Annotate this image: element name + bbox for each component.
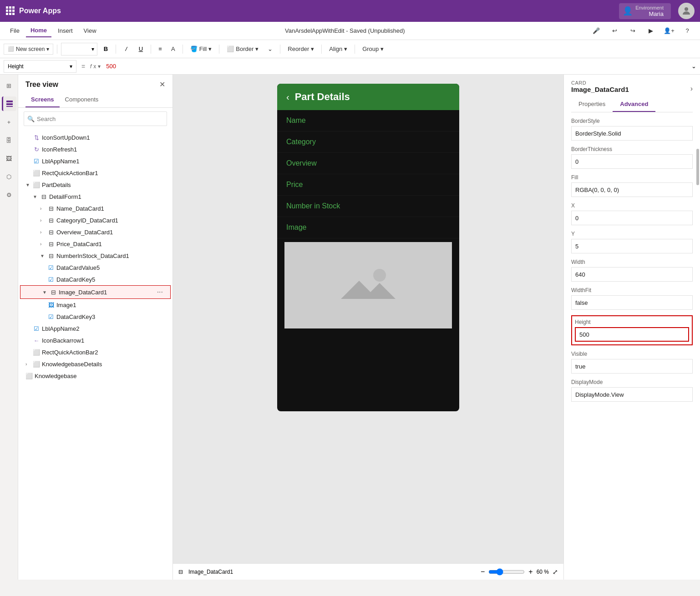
prop-input[interactable] — [571, 267, 693, 282]
right-panel: CARD Image_DataCard1 › Properties Advanc… — [563, 75, 700, 580]
user-add-icon[interactable]: 👤+ — [662, 24, 676, 38]
app-title: VanArsdelAppWithEdit - Saved (Unpublishe… — [103, 27, 587, 34]
prop-label: Width — [571, 259, 693, 265]
prop-x: X — [571, 202, 693, 225]
sidebar-icons: ⊞ + 🗄 🖼 ⬡ ⚙ — [0, 75, 18, 580]
menu-home[interactable]: Home — [26, 24, 51, 37]
fill-chevron-icon: ▾ — [208, 45, 212, 52]
menu-view[interactable]: View — [79, 25, 101, 37]
svg-rect-12 — [6, 106, 13, 107]
rect2-icon: ⬜ — [33, 349, 40, 356]
card-section: CARD Image_DataCard1 — [571, 80, 629, 97]
list-item[interactable]: ⇅ IconSortUpDown1 — [18, 131, 172, 143]
list-item[interactable]: › ⊟ CategoryID_DataCard1 — [18, 214, 172, 226]
zoom-minus-button[interactable]: − — [481, 568, 485, 576]
more-options-icon[interactable]: ··· — [157, 288, 163, 296]
chevron-icon: ▼ — [40, 253, 46, 258]
list-item[interactable]: ▼ ⊟ DetailForm1 — [18, 191, 172, 202]
panel-expand-icon[interactable]: › — [690, 85, 693, 93]
list-item[interactable]: ☑ DataCardValue5 — [18, 262, 172, 273]
tree-search-input[interactable] — [24, 111, 167, 126]
property-selector[interactable]: Height ▾ — [4, 60, 76, 73]
undo-icon[interactable]: ↩ — [607, 24, 622, 38]
list-item[interactable]: ▼ ⊟ NumberInStock_DataCard1 — [18, 250, 172, 262]
help-icon[interactable]: ? — [680, 24, 695, 38]
bold-button[interactable]: B — [99, 43, 112, 56]
run-icon[interactable]: ▶ — [644, 24, 658, 38]
prop-input[interactable] — [571, 239, 693, 253]
menu-insert[interactable]: Insert — [53, 25, 77, 37]
back-button[interactable]: ‹ — [286, 92, 289, 102]
selected-tree-item[interactable]: ▼ ⊟ Image_DataCard1 ··· — [20, 285, 171, 299]
prop-input[interactable] — [571, 182, 693, 197]
dropdown-button[interactable]: ⌄ — [264, 44, 276, 54]
list-item[interactable]: ☑ LblAppName1 — [18, 155, 172, 167]
group-button[interactable]: Group ▾ — [359, 44, 387, 54]
list-item[interactable]: ⬜ RectQuickActionBar2 — [18, 346, 172, 358]
list-item[interactable]: › ⊟ Price_DataCard1 — [18, 238, 172, 250]
list-item[interactable]: ← IconBackarrow1 — [18, 334, 172, 346]
row-label: Price — [286, 181, 303, 188]
list-item[interactable]: ▼ ⬜ PartDetails — [18, 179, 172, 191]
tab-components[interactable]: Components — [60, 92, 104, 107]
prop-input[interactable] — [571, 387, 693, 402]
list-item[interactable]: ☑ DataCardKey5 — [18, 273, 172, 285]
underline-button[interactable]: U — [134, 43, 147, 56]
prop-input[interactable] — [571, 295, 693, 310]
row-label: Name — [286, 116, 306, 124]
zoom-plus-button[interactable]: + — [528, 568, 533, 576]
item-label: DetailForm1 — [49, 193, 165, 200]
italic-button[interactable]: / — [120, 43, 132, 56]
prop-visible: Visible — [571, 351, 693, 374]
tab-properties[interactable]: Properties — [571, 97, 613, 112]
list-item[interactable]: ↻ IconRefresh1 — [18, 143, 172, 155]
svg-rect-4 — [9, 10, 11, 12]
new-screen-button[interactable]: ⬜ New screen ▾ — [4, 44, 53, 55]
list-item[interactable]: ⬜ RectQuickActionBar1 — [18, 167, 172, 179]
list-item[interactable]: › ⊟ Overview_DataCard1 — [18, 226, 172, 238]
border-button[interactable]: ⬜ Border ▾ — [223, 44, 262, 54]
phone-row-overview: Overview — [277, 153, 459, 174]
font-dropdown[interactable]: ▾ — [61, 43, 97, 56]
tab-advanced[interactable]: Advanced — [613, 97, 655, 112]
list-item[interactable]: 🖼 Image1 — [18, 299, 172, 311]
sidebar-components-icon[interactable]: ⬡ — [2, 169, 16, 184]
sidebar-layers-icon[interactable] — [2, 96, 16, 111]
text-color-button[interactable]: A — [167, 44, 179, 54]
tree-tabs: Screens Components — [18, 92, 172, 108]
item-label: LblAppName1 — [42, 158, 165, 165]
sidebar-add-icon[interactable]: + — [2, 115, 16, 129]
item-label: DataCardKey3 — [56, 313, 165, 320]
prop-input[interactable] — [571, 126, 693, 141]
tab-screens[interactable]: Screens — [25, 92, 60, 107]
reorder-button[interactable]: Reorder ▾ — [284, 44, 318, 54]
formula-expand-icon[interactable]: ⌄ — [691, 63, 696, 70]
avatar[interactable] — [678, 3, 695, 19]
prop-input[interactable] — [571, 154, 693, 169]
text-align-button[interactable]: ≡ — [155, 44, 166, 54]
sidebar-media-icon[interactable]: 🖼 — [2, 151, 16, 166]
menu-file[interactable]: File — [5, 25, 24, 37]
sidebar-controls-icon[interactable]: ⚙ — [2, 187, 16, 202]
microphone-icon[interactable]: 🎤 — [589, 24, 604, 38]
grid-icon[interactable] — [5, 6, 15, 16]
zoom-slider[interactable] — [488, 568, 525, 576]
list-item[interactable]: › ⬜ KnowledgebaseDetails — [18, 358, 172, 370]
prop-input[interactable] — [571, 211, 693, 225]
prop-height-input[interactable] — [575, 327, 689, 342]
prop-input[interactable] — [571, 359, 693, 374]
list-item[interactable]: ⬜ Knowledgebase — [18, 370, 172, 382]
redo-icon[interactable]: ↪ — [625, 24, 640, 38]
sidebar-home-icon[interactable]: ⊞ — [2, 78, 16, 93]
list-item[interactable]: ☑ DataCardKey3 — [18, 311, 172, 323]
tree-close-button[interactable]: ✕ — [159, 80, 165, 89]
fill-button[interactable]: 🪣 Fill ▾ — [187, 44, 216, 54]
align-button[interactable]: Align ▾ — [325, 44, 351, 54]
formula-input[interactable] — [104, 60, 691, 73]
sidebar-data-icon[interactable]: 🗄 — [2, 133, 16, 147]
expand-icon[interactable]: ⤢ — [553, 568, 558, 576]
list-item[interactable]: ☑ LblAppName2 — [18, 323, 172, 334]
list-item[interactable]: › ⊟ Name_DataCard1 — [18, 202, 172, 214]
zoom-controls: − + 60 % ⤢ — [481, 568, 558, 576]
prop-label: BorderThickness — [571, 146, 693, 152]
